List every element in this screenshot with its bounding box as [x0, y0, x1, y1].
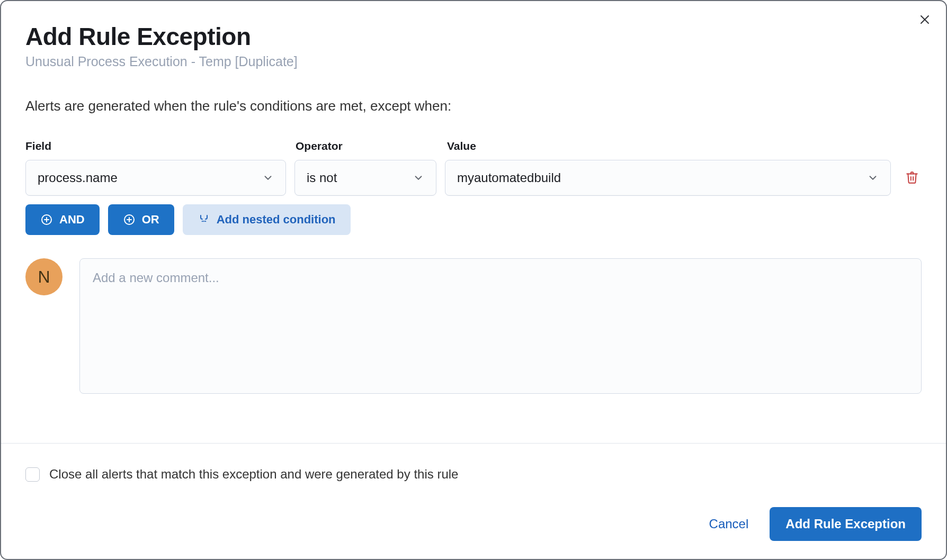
- plus-circle-icon: [123, 213, 136, 226]
- nested-label: Add nested condition: [217, 213, 336, 227]
- condition-buttons: AND OR Add nested condition: [25, 204, 922, 235]
- close-icon: [918, 13, 931, 28]
- or-button[interactable]: OR: [108, 204, 174, 235]
- chevron-down-icon: [867, 172, 879, 184]
- delete-condition-button[interactable]: [903, 168, 922, 187]
- field-value: process.name: [38, 170, 118, 185]
- operator-label: Operator: [296, 140, 437, 152]
- chevron-down-icon: [413, 172, 424, 184]
- modal-title: Add Rule Exception: [25, 22, 922, 51]
- and-button[interactable]: AND: [25, 204, 100, 235]
- operator-value: is not: [307, 170, 337, 185]
- avatar: N: [25, 258, 62, 295]
- or-label: OR: [142, 213, 159, 227]
- modal-subtitle: Unusual Process Execution - Temp [Duplic…: [25, 54, 922, 69]
- close-alerts-label: Close all alerts that match this excepti…: [49, 467, 458, 482]
- conditions-description: Alerts are generated when the rule's con…: [25, 98, 922, 114]
- svg-point-10: [201, 221, 202, 222]
- svg-point-11: [203, 221, 204, 222]
- chevron-down-icon: [262, 172, 274, 184]
- field-combobox[interactable]: process.name: [25, 160, 286, 196]
- nested-icon: [198, 213, 210, 226]
- close-button[interactable]: [915, 11, 934, 30]
- value-label: Value: [447, 140, 922, 152]
- comment-section: N: [25, 258, 922, 394]
- trash-icon: [905, 170, 919, 186]
- value-value: myautomatedbuild: [457, 170, 561, 185]
- field-label: Field: [25, 140, 286, 152]
- and-label: AND: [59, 213, 85, 227]
- comment-input[interactable]: [79, 258, 922, 394]
- value-combobox[interactable]: myautomatedbuild: [445, 160, 891, 196]
- close-alerts-row: Close all alerts that match this excepti…: [25, 467, 922, 482]
- modal-footer: Close all alerts that match this excepti…: [1, 443, 946, 559]
- submit-button[interactable]: Add Rule Exception: [770, 507, 922, 541]
- modal-body: Add Rule Exception Unusual Process Execu…: [1, 1, 946, 443]
- avatar-initial: N: [38, 267, 50, 287]
- operator-combobox[interactable]: is not: [294, 160, 436, 196]
- close-alerts-checkbox[interactable]: [25, 467, 40, 482]
- svg-point-12: [204, 221, 206, 222]
- add-nested-condition-button[interactable]: Add nested condition: [183, 204, 351, 235]
- condition-row: Field Operator Value process.name is not: [25, 140, 922, 196]
- add-rule-exception-modal: Add Rule Exception Unusual Process Execu…: [0, 0, 947, 560]
- plus-circle-icon: [40, 213, 53, 226]
- cancel-button[interactable]: Cancel: [703, 511, 755, 537]
